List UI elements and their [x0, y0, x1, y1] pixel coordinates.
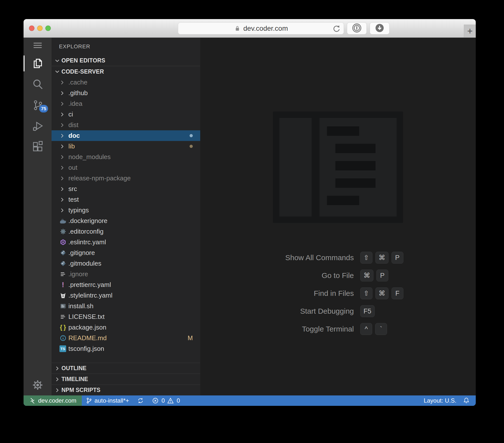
watermark-editor-shape — [320, 118, 397, 217]
new-tab-button[interactable]: + — [464, 25, 476, 37]
key-f5: F5 — [360, 305, 375, 317]
sidebar-item-explorer[interactable] — [24, 53, 52, 74]
warning-icon — [167, 397, 174, 404]
scm-badge: 75 — [39, 105, 48, 112]
debug-icon — [32, 120, 44, 132]
pane-timeline[interactable]: TIMELINE — [52, 374, 200, 385]
sync-button[interactable] — [133, 395, 148, 406]
menu-button[interactable] — [24, 38, 52, 53]
url-text: dev.coder.com — [243, 25, 288, 32]
gear-file-icon — [59, 228, 66, 235]
chevron-down-icon — [55, 69, 60, 74]
bell-icon[interactable] — [463, 397, 470, 404]
tree-item-folder[interactable]: ci — [52, 109, 200, 120]
tree-item-file[interactable]: .editorconfig — [52, 226, 200, 237]
zoom-window-button[interactable] — [45, 26, 51, 31]
welcome-watermark — [273, 111, 403, 223]
chevron-down-icon — [55, 58, 60, 63]
sidebar-item-search[interactable] — [24, 74, 52, 95]
key-f: F — [392, 287, 403, 299]
shortcut-row: Go to File ⌘ P — [200, 269, 476, 282]
tree-item-folder[interactable]: lib — [52, 141, 200, 152]
tree-item-file[interactable]: TS tsconfig.json — [52, 343, 200, 354]
chevron-right-icon — [59, 144, 68, 149]
reload-icon[interactable] — [332, 24, 341, 33]
explorer-sidebar: EXPLORER OPEN EDITORS CODE-SERVER .cache — [52, 38, 200, 395]
status-bar: dev.coder.com auto-install*+ 0 0 Layout:… — [24, 395, 476, 406]
chevron-right-icon — [55, 366, 60, 371]
onepassword-icon — [352, 23, 362, 34]
sidebar-bottom-panes: OUTLINE TIMELINE NPM SCRIPTS — [52, 363, 200, 395]
chevron-right-icon — [59, 186, 68, 192]
tree-item-file[interactable]: LICENSE.txt — [52, 311, 200, 322]
tree-item-file[interactable]: .ignore — [52, 269, 200, 279]
chevron-right-icon — [59, 176, 68, 181]
chevron-right-icon — [55, 377, 60, 382]
close-window-button[interactable] — [29, 26, 34, 31]
tree-item-file[interactable]: install.sh — [52, 301, 200, 311]
pane-npm-scripts[interactable]: NPM SCRIPTS — [52, 385, 200, 395]
tree-item-folder[interactable]: src — [52, 184, 200, 194]
pane-outline[interactable]: OUTLINE — [52, 363, 200, 374]
text-lines-icon — [59, 271, 66, 278]
vscode-workbench: 75 EXPLORER OPEN EDITORS — [24, 38, 476, 395]
shortcut-row: Show All Commands ⇧ ⌘ P — [200, 251, 476, 265]
open-editors-header[interactable]: OPEN EDITORS — [52, 55, 200, 66]
tree-item-folder[interactable]: dist — [52, 120, 200, 130]
menu-icon — [33, 42, 42, 49]
json-braces-icon: { } — [59, 324, 66, 331]
key-p: P — [392, 252, 403, 264]
error-icon — [152, 397, 159, 404]
key-cmd: ⌘ — [360, 270, 373, 281]
minimize-window-button[interactable] — [37, 26, 43, 31]
remote-indicator[interactable]: dev.coder.com — [24, 395, 82, 406]
tree-item-folder[interactable]: release-npm-package — [52, 173, 200, 184]
stylelint-icon — [59, 292, 66, 299]
tree-item-folder[interactable]: .idea — [52, 98, 200, 109]
tree-item-folder[interactable]: .cache — [52, 77, 200, 88]
plus-icon: + — [467, 26, 473, 36]
chevron-right-icon — [59, 154, 68, 160]
chevron-right-icon — [59, 80, 68, 85]
sidebar-item-extensions[interactable] — [24, 136, 52, 157]
sidebar-item-run-debug[interactable] — [24, 115, 52, 136]
problems-status[interactable]: 0 0 — [148, 395, 184, 406]
git-branch-status[interactable]: auto-install*+ — [82, 395, 133, 406]
tree-item-file[interactable]: .eslintrc.yaml — [52, 237, 200, 248]
onepassword-extension-button[interactable] — [347, 22, 367, 34]
tree-item-file[interactable]: .dockerignore — [52, 216, 200, 226]
tree-item-folder[interactable]: node_modules — [52, 152, 200, 162]
tree-item-folder-selected[interactable]: doc — [52, 130, 200, 141]
chevron-right-icon — [59, 112, 68, 117]
sync-icon — [137, 397, 144, 404]
git-icon — [59, 249, 66, 256]
chevron-right-icon — [59, 165, 68, 170]
extensions-icon — [32, 141, 44, 153]
chevron-right-icon — [59, 122, 68, 128]
key-cmd: ⌘ — [375, 252, 389, 264]
modified-dot-badge — [190, 145, 193, 148]
tree-item-file[interactable]: { } package.json — [52, 322, 200, 333]
settings-button[interactable] — [24, 375, 52, 395]
sidebar-title: EXPLORER — [52, 38, 200, 55]
shortcut-row: Find in Files ⇧ ⌘ F — [200, 286, 476, 300]
tree-item-file[interactable]: .gitignore — [52, 248, 200, 258]
tree-item-file[interactable]: README.md M — [52, 333, 200, 343]
address-bar[interactable]: dev.coder.com — [178, 22, 344, 34]
tree-item-file[interactable]: .gitmodules — [52, 258, 200, 269]
sidebar-item-source-control[interactable]: 75 — [24, 95, 52, 115]
key-shift: ⇧ — [360, 252, 372, 264]
keyboard-layout-status[interactable]: Layout: U.S. — [424, 397, 456, 404]
download-extension-button[interactable] — [370, 22, 390, 34]
tree-item-folder[interactable]: .github — [52, 88, 200, 98]
tree-item-folder[interactable]: out — [52, 162, 200, 173]
docker-whale-icon — [59, 218, 66, 224]
project-root-header[interactable]: CODE-SERVER — [52, 66, 200, 77]
download-icon — [374, 23, 385, 34]
tree-item-folder[interactable]: typings — [52, 205, 200, 216]
tree-item-file[interactable]: .stylelintrc.yaml — [52, 290, 200, 301]
chevron-right-icon — [59, 197, 68, 202]
tree-item-folder[interactable]: test — [52, 194, 200, 205]
watermark-sidebar-shape — [280, 118, 312, 217]
tree-item-file[interactable]: ! .prettierrc.yaml — [52, 279, 200, 290]
